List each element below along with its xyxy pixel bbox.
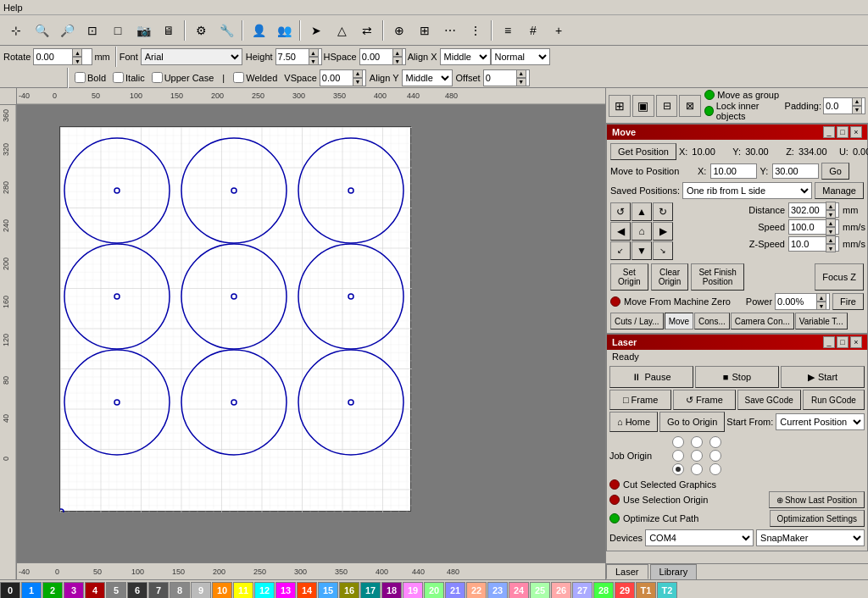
- height-input[interactable]: [276, 52, 309, 62]
- tool-select[interactable]: ⊹: [4, 19, 28, 42]
- bold-checkbox[interactable]: [75, 72, 86, 83]
- vspace-down[interactable]: ▼: [353, 78, 363, 86]
- move-close-btn[interactable]: ×: [850, 126, 862, 138]
- tool-camera[interactable]: 📷: [131, 19, 155, 42]
- radio-mr[interactable]: [709, 450, 721, 462]
- laser-min-btn[interactable]: _: [823, 336, 835, 348]
- tool-hash[interactable]: #: [521, 19, 545, 42]
- layer-tab-13[interactable]: 13: [275, 582, 296, 599]
- zspeed-up[interactable]: ▲: [826, 235, 836, 244]
- tool-plus[interactable]: +: [547, 19, 570, 42]
- laser-tab[interactable]: Laser: [606, 564, 648, 579]
- height-down[interactable]: ▼: [309, 57, 319, 65]
- layer-tab-19[interactable]: 19: [403, 582, 423, 599]
- tool-mirror[interactable]: ⇄: [355, 19, 379, 42]
- offset-input[interactable]: [484, 73, 516, 83]
- tool-arrow[interactable]: ➤: [304, 19, 328, 42]
- layer-tab-24[interactable]: 24: [509, 582, 529, 599]
- tool-zoom-in[interactable]: 🔍: [30, 19, 53, 42]
- power-input[interactable]: [776, 296, 816, 307]
- layer-tab-12[interactable]: 12: [254, 582, 275, 599]
- optimization-settings-btn[interactable]: Optimization Settings: [770, 510, 865, 527]
- move-x-input[interactable]: [710, 163, 757, 179]
- layer-tab-5[interactable]: 5: [106, 582, 126, 599]
- power-down[interactable]: ▼: [816, 302, 826, 310]
- radio-bc[interactable]: [691, 463, 703, 475]
- layer-tab-27[interactable]: 27: [572, 582, 593, 599]
- dist-down[interactable]: ▼: [826, 210, 836, 219]
- dist-up[interactable]: ▲: [826, 202, 836, 210]
- layer-tab-20[interactable]: 20: [424, 582, 444, 599]
- layer-tab-7[interactable]: 7: [148, 582, 169, 599]
- padding-up[interactable]: ▲: [852, 97, 862, 106]
- height-up[interactable]: ▲: [309, 48, 319, 57]
- go-btn[interactable]: Go: [821, 163, 849, 180]
- distance-input[interactable]: [789, 205, 826, 215]
- clear-origin-btn[interactable]: Clear Origin: [651, 263, 689, 291]
- upper-checkbox[interactable]: [152, 72, 163, 83]
- tool-screen[interactable]: 🖥: [157, 19, 181, 42]
- layer-tab-15[interactable]: 15: [318, 582, 338, 599]
- tool-text-v[interactable]: ⋮: [464, 19, 487, 42]
- radio-mc[interactable]: [691, 450, 703, 462]
- rotate-input[interactable]: [34, 52, 72, 62]
- right-btn1[interactable]: ⊞: [609, 95, 631, 117]
- tool-rect[interactable]: □: [106, 19, 130, 42]
- normal-select[interactable]: Normal: [491, 48, 550, 65]
- show-last-btn[interactable]: ⊕ Show Last Position: [769, 491, 865, 508]
- welded-checkbox[interactable]: [233, 72, 244, 83]
- tool-zoom-out[interactable]: 🔎: [55, 19, 79, 42]
- focus-z-btn[interactable]: Focus Z: [815, 263, 864, 291]
- nav-br[interactable]: ↘: [653, 241, 673, 260]
- set-finish-btn[interactable]: Set Finish Position: [691, 263, 743, 291]
- layer-tab-9[interactable]: 9: [191, 582, 211, 599]
- speed-down[interactable]: ▼: [826, 227, 836, 235]
- radio-tl[interactable]: [672, 436, 684, 448]
- tool-person[interactable]: 👤: [247, 19, 270, 42]
- layer-tab-11[interactable]: 11: [233, 582, 253, 599]
- radio-br[interactable]: [709, 463, 721, 475]
- move-tab[interactable]: Move: [665, 313, 693, 329]
- layer-tab-6[interactable]: 6: [127, 582, 147, 599]
- nav-up[interactable]: ▲: [632, 202, 652, 221]
- nav-right[interactable]: ▶: [653, 222, 673, 241]
- pause-btn[interactable]: ⏸ Pause: [609, 366, 693, 388]
- right-btn2[interactable]: ▣: [632, 95, 654, 117]
- menu-help[interactable]: Help: [3, 3, 23, 13]
- layer-tab-17[interactable]: 17: [360, 582, 381, 599]
- speed-input[interactable]: [789, 222, 826, 232]
- devices-select[interactable]: COM4: [645, 529, 754, 546]
- frame-btn2[interactable]: ↺ Frame: [673, 390, 735, 410]
- layer-tab-1[interactable]: 1: [21, 582, 42, 599]
- offset-down[interactable]: ▼: [516, 78, 526, 86]
- tool-zoom-fit[interactable]: ⊡: [81, 19, 104, 42]
- right-btn4[interactable]: ⊠: [679, 95, 701, 117]
- layer-tab-T1[interactable]: T1: [636, 582, 656, 599]
- tool-tools[interactable]: 🔧: [214, 19, 238, 42]
- layer-tab-10[interactable]: 10: [212, 582, 232, 599]
- hspace-input[interactable]: [360, 52, 392, 62]
- tool-circle-cross[interactable]: ⊕: [387, 19, 411, 42]
- layer-tab-14[interactable]: 14: [297, 582, 317, 599]
- tool-grid1[interactable]: ⊞: [413, 19, 437, 42]
- library-tab[interactable]: Library: [650, 564, 698, 579]
- layer-tab-22[interactable]: 22: [466, 582, 487, 599]
- nav-ccw[interactable]: ↺: [610, 202, 631, 221]
- cuts-lay-tab[interactable]: Cuts / Lay...: [610, 313, 664, 329]
- layer-tab-8[interactable]: 8: [170, 582, 190, 599]
- saved-select[interactable]: One rib from L side: [682, 182, 812, 199]
- tool-text-h[interactable]: ⋯: [438, 19, 462, 42]
- padding-down[interactable]: ▼: [852, 106, 862, 114]
- tool-triangle[interactable]: △: [330, 19, 353, 42]
- cons-tab[interactable]: Cons...: [694, 313, 730, 329]
- speed-up[interactable]: ▲: [826, 219, 836, 227]
- home-btn[interactable]: ⌂ Home: [609, 412, 658, 432]
- stop-btn[interactable]: ■ Stop: [695, 366, 779, 388]
- move-restore-btn[interactable]: □: [837, 126, 849, 138]
- move-min-btn[interactable]: _: [823, 126, 835, 138]
- radio-tc[interactable]: [691, 436, 703, 448]
- nav-left[interactable]: ◀: [610, 222, 631, 241]
- fire-btn[interactable]: Fire: [832, 293, 864, 310]
- start-from-select[interactable]: Current Position: [776, 413, 865, 430]
- run-gcode-btn[interactable]: Run GCode: [803, 390, 865, 410]
